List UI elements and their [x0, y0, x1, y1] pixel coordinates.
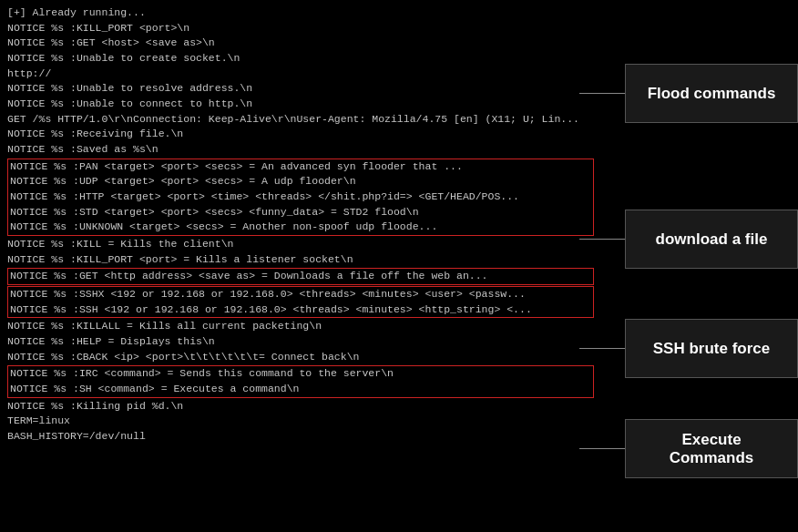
terminal-line: NOTICE %s :HTTP <target> <port> <time> <… [10, 189, 591, 205]
terminal-line: NOTICE %s :SSHX <192 or 192.168 or 192.1… [10, 287, 591, 302]
terminal-line: NOTICE %s :Unable to resolve address.\n [7, 81, 594, 97]
terminal-line: NOTICE %s :STD <target> <port> <secs> <f… [10, 205, 591, 220]
highlight-group-flood: NOTICE %s :PAN <target> <port> <secs> = … [7, 159, 594, 236]
sidebar-item-download: download a file [579, 210, 798, 269]
terminal-line: NOTICE %s :Receiving file.\n [7, 127, 594, 142]
terminal-line: NOTICE %s :GET <http address> <save as> … [10, 269, 591, 284]
sidebar-box-flood: Flood commands [625, 64, 798, 123]
terminal-line: NOTICE %s :SSH <192 or 192.168 or 192.16… [10, 302, 591, 318]
sidebar: Flood commandsdownload a fileSSH brute f… [601, 0, 798, 532]
sidebar-box-download: download a file [625, 210, 798, 269]
terminal-line: NOTICE %s :KILL_PORT <port> = Kills a li… [7, 252, 594, 268]
terminal-line: NOTICE %s :HELP = Displays this\n [7, 334, 594, 350]
terminal-line: TERM=linux [7, 414, 594, 429]
terminal-line: NOTICE %s :KILLALL = Kills all current p… [7, 319, 594, 334]
highlight-group-download: NOTICE %s :GET <http address> <save as> … [7, 268, 594, 285]
terminal-line: GET /%s HTTP/1.0\r\nConnection: Keep-Ali… [7, 112, 594, 128]
connector-line-flood [579, 93, 625, 95]
terminal-line: [+] Already running... [7, 5, 594, 21]
terminal-line: NOTICE %s :IRC <command> = Sends this co… [10, 366, 591, 382]
sidebar-item-ssh: SSH brute force [579, 319, 798, 378]
terminal-line: NOTICE %s :GET <host> <save as>\n [7, 36, 594, 51]
sidebar-item-flood: Flood commands [579, 64, 798, 123]
terminal-line: NOTICE %s :Unable to connect to http.\n [7, 97, 594, 112]
terminal-line: NOTICE %s :PAN <target> <port> <secs> = … [10, 159, 591, 175]
terminal-line: NOTICE %s :Saved as %s\n [7, 142, 594, 158]
terminal-line: NOTICE %s :Unable to create socket.\n [7, 51, 594, 66]
connector-line-download [579, 239, 625, 240]
terminal-line: NOTICE %s :CBACK <ip> <port>\t\t\t\t\t\t… [7, 350, 594, 365]
highlight-group-ssh: NOTICE %s :SSHX <192 or 192.168 or 192.1… [7, 286, 594, 318]
connector-line-ssh [579, 348, 625, 350]
sidebar-item-execute: Execute Commands [579, 419, 798, 478]
terminal-line: NOTICE %s :KILL_PORT <port>\n [7, 21, 594, 36]
terminal-line: BASH_HISTORY=/dev/null [7, 429, 594, 445]
terminal-panel: [+] Already running...NOTICE %s :KILL_PO… [0, 0, 601, 532]
terminal-line: NOTICE %s :UDP <target> <port> <secs> = … [10, 174, 591, 189]
terminal-line: NOTICE %s :SH <command> = Executes a com… [10, 382, 591, 397]
terminal-line: NOTICE %s :Killing pid %d.\n [7, 399, 594, 414]
connector-line-execute [579, 448, 625, 450]
sidebar-box-execute: Execute Commands [625, 419, 798, 478]
main-container: [+] Already running...NOTICE %s :KILL_PO… [0, 0, 798, 532]
terminal-line: NOTICE %s :UNKNOWN <target> <secs> = Ano… [10, 220, 591, 235]
terminal-line: NOTICE %s :KILL = Kills the client\n [7, 237, 594, 252]
sidebar-box-ssh: SSH brute force [625, 319, 798, 378]
highlight-group-execute: NOTICE %s :IRC <command> = Sends this co… [7, 365, 594, 397]
terminal-line: http:// [7, 66, 594, 82]
